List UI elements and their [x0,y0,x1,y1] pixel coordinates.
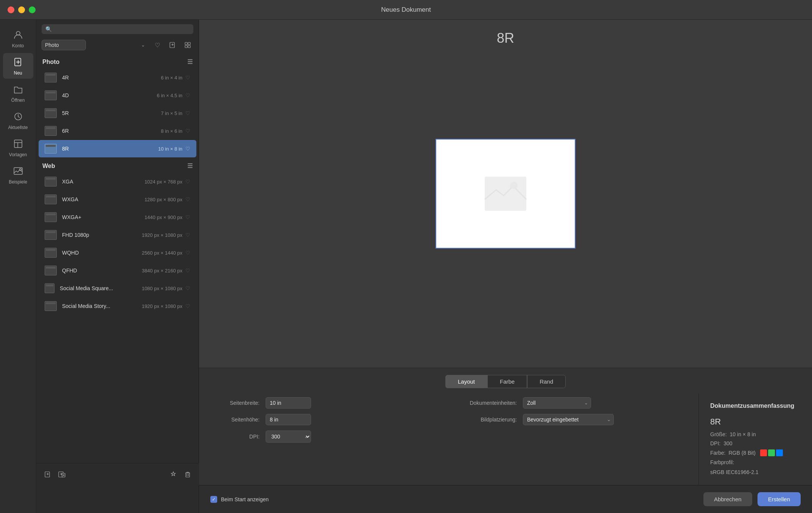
item-row-social-story: Social Media Story... 1920 px × 1080 px … [62,303,190,309]
add-template-detail-button[interactable] [57,469,67,480]
search-icon: 🔍 [45,26,52,32]
checkbox-text: Beim Start anzeigen [221,496,269,502]
neu-icon [13,57,23,69]
sidebar-item-label-konto: Konto [12,43,24,48]
item-thumb-8R [45,144,57,154]
template-item-5R[interactable]: 5R 7 in × 5 in ♡ [39,104,196,122]
sidebar-item-aktuellste[interactable]: Aktuellste [3,107,33,133]
svg-rect-5 [14,140,22,148]
search-bar: 🔍 [36,20,199,38]
item-size-4D: 6 in × 4.5 in [157,93,182,98]
item-thumb-QFHD [45,266,57,275]
dpi-select-wrap: 300 72 96 150 [266,431,311,443]
sidebar-item-label-neu: Neu [14,70,22,76]
seitenhoehe-label: Seitenhöhe: [214,417,260,423]
template-item-QFHD[interactable]: QFHD 3840 px × 2160 px ♡ [39,262,196,279]
sidebar-item-neu[interactable]: Neu [3,53,33,79]
section-menu-icon-photo[interactable]: ☰ [187,58,193,65]
item-heart-WQHD[interactable]: ♡ [185,250,190,256]
new-doc-icon-button[interactable] [167,39,178,51]
form-section-left: Seitenbreite: Seitenhöhe: DPI: 300 [214,397,441,483]
sidebar-item-konto[interactable]: Konto [3,26,33,51]
search-input[interactable] [55,26,190,32]
item-heart-WXGA[interactable]: ♡ [185,196,190,202]
grid-view-button[interactable] [182,39,193,51]
template-item-WQHD[interactable]: WQHD 2560 px × 1440 px ♡ [39,244,196,261]
template-item-FHD[interactable]: FHD 1080p 1920 px × 1080 px ♡ [39,226,196,244]
item-heart-QFHD[interactable]: ♡ [185,267,190,274]
delete-template-button[interactable] [182,469,193,480]
close-button[interactable] [8,6,14,13]
sidebar-item-beispiele[interactable]: Beispiele [3,162,33,188]
template-item-6R[interactable]: 6R 8 in × 6 in ♡ [39,122,196,140]
cancel-button[interactable]: Abbrechen [703,492,752,506]
sidebar-item-vorlagen[interactable]: Vorlagen [3,135,33,160]
svg-point-9 [19,169,21,171]
item-heart-FHD[interactable]: ♡ [185,232,190,238]
item-heart-social-story[interactable]: ♡ [185,303,190,309]
category-select-wrap: Photo Web Print Art & Illustration Icons… [42,40,148,50]
bildplatzierung-select[interactable]: Bevorzugt eingebettet Bevorzugt verknüpf… [523,414,614,425]
dpi-select[interactable]: 300 72 96 150 [266,431,311,443]
template-item-4D[interactable]: 4D 6 in × 4.5 in ♡ [39,87,196,104]
item-row-XGA: XGA 1024 px × 768 px ♡ [62,179,190,185]
minimize-button[interactable] [18,6,25,13]
sidebar-item-label-beispiele: Beispiele [9,179,27,185]
form-section-right: Dokumenteinheiten: Zoll cm mm px [456,397,683,483]
icon-nav: Konto Neu Öffnen [0,20,36,513]
item-thumb-social-square [45,283,54,293]
seitenbreite-input[interactable] [266,397,311,409]
canvas-page [436,139,576,249]
search-input-wrap[interactable]: 🔍 [42,24,193,34]
maximize-button[interactable] [29,6,36,13]
item-thumb-XGA [45,177,57,187]
item-heart-6R[interactable]: ♡ [185,128,190,134]
dokumenteinheiten-select[interactable]: Zoll cm mm px [523,397,591,409]
svg-rect-14 [188,42,190,45]
template-item-social-square[interactable]: Social Media Square... 1080 px × 1080 px… [39,280,196,297]
item-thumb-WXGA [45,194,57,204]
konto-icon [13,30,23,42]
item-row-6R: 6R 8 in × 6 in ♡ [62,128,190,134]
tab-layout[interactable]: Layout [445,375,487,388]
item-name-WXGA: WXGA [62,196,78,202]
sidebar-item-oeffnen[interactable]: Öffnen [3,80,33,106]
template-item-WXGA+[interactable]: WXGA+ 1440 px × 900 px ♡ [39,208,196,226]
item-heart-XGA[interactable]: ♡ [185,179,190,185]
tab-rand[interactable]: Rand [527,375,566,388]
sidebar-item-label-vorlagen: Vorlagen [9,152,27,157]
category-select[interactable]: Photo Web Print Art & Illustration Icons… [42,40,86,50]
template-item-WXGA[interactable]: WXGA 1280 px × 800 px ♡ [39,191,196,208]
bottom-main: Seitenbreite: Seitenhöhe: DPI: 300 [199,393,812,487]
layout-form: Seitenbreite: Seitenhöhe: DPI: 300 [199,393,698,487]
item-heart-WXGA+[interactable]: ♡ [185,214,190,220]
item-thumb-FHD [45,230,57,240]
template-action-button[interactable] [168,469,179,480]
template-item-social-story[interactable]: Social Media Story... 1920 px × 1080 px … [39,297,196,315]
template-list: Photo ☰ 4R 6 in × 4 in ♡ 4D 6 in × 4.5 i… [36,54,199,513]
item-name-FHD: FHD 1080p [62,232,89,238]
app-body: Konto Neu Öffnen [0,20,812,513]
seitenhoehe-input[interactable] [266,414,311,425]
favorites-button[interactable]: ♡ [152,39,163,51]
template-item-XGA[interactable]: XGA 1024 px × 768 px ♡ [39,173,196,190]
template-item-8R[interactable]: 8R 10 in × 8 in ♡ [39,140,196,157]
item-heart-social-square[interactable]: ♡ [185,285,190,291]
add-template-button[interactable] [42,469,53,480]
item-heart-8R[interactable]: ♡ [185,146,190,152]
section-menu-icon-web[interactable]: ☰ [187,162,193,169]
item-heart-4R[interactable]: ♡ [185,75,190,81]
sidebar-item-label-aktuellste: Aktuellste [8,125,28,130]
create-button[interactable]: Erstellen [758,492,801,506]
template-item-4R[interactable]: 4R 6 in × 4 in ♡ [39,69,196,86]
right-panel: 8R Layout Farbe Rand [199,20,812,513]
summary-panel: Dokumentzusammenfassung 8R Größe: 10 in … [698,393,812,487]
preview-title: 8R [497,30,514,46]
item-heart-4D[interactable]: ♡ [185,92,190,98]
item-size-QFHD: 3840 px × 2160 px [142,268,182,274]
tab-farbe[interactable]: Farbe [487,375,527,388]
item-size-FHD: 1920 px × 1080 px [142,232,182,238]
item-size-social-story: 1920 px × 1080 px [142,303,182,309]
beim-start-anzeigen-checkbox[interactable]: ✓ Beim Start anzeigen [210,496,269,503]
item-heart-5R[interactable]: ♡ [185,110,190,116]
